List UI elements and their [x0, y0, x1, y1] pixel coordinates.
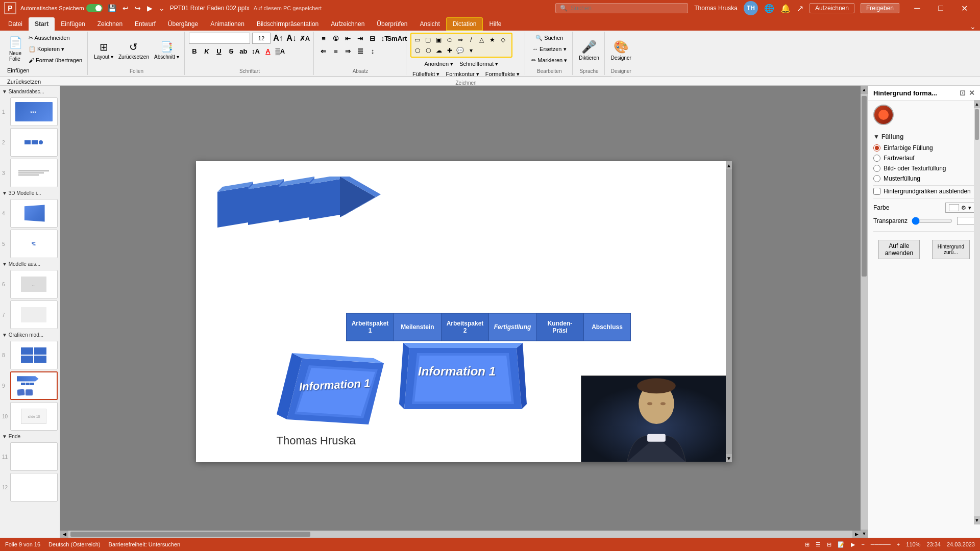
minimize-button[interactable]: ─: [905, 0, 929, 16]
reset-button[interactable]: Hintergrund zurü...: [932, 240, 970, 259]
highlight-button[interactable]: ▒A: [275, 45, 286, 57]
radio-muster[interactable]: Musterfüllung: [873, 175, 975, 182]
markieren-button[interactable]: ✏ Markieren ▾: [529, 55, 569, 65]
tab-aufzeichnen[interactable]: Aufzeichnen: [325, 17, 371, 31]
designer-button[interactable]: 🎨 Designer: [609, 35, 633, 65]
workflow-box-4[interactable]: Fertigstllung: [488, 313, 536, 341]
slide-3d-arrow[interactable]: [212, 177, 386, 244]
shape-oval[interactable]: ⬭: [445, 35, 455, 45]
align-left-button[interactable]: ⇐: [318, 45, 329, 57]
tab-hilfe[interactable]: Hilfe: [483, 17, 507, 31]
slide-thumb-1[interactable]: ▶▶▶: [10, 97, 58, 126]
scrollbar-thumb[interactable]: [726, 169, 732, 454]
canvas-scrollbar[interactable]: ▲ ▼: [726, 161, 732, 462]
radio-einfarbig-input[interactable]: [873, 144, 880, 152]
slide-thumb-2[interactable]: [10, 128, 58, 157]
qa-more[interactable]: ⌄: [158, 3, 166, 13]
font-name-input[interactable]: [189, 33, 250, 44]
tab-start[interactable]: Start: [29, 17, 55, 31]
workflow-box-6[interactable]: Abschluss: [583, 313, 631, 341]
radio-bild[interactable]: Bild- oder Texturfüllung: [873, 165, 975, 172]
scrollbar-down[interactable]: ▼: [726, 454, 732, 462]
list-unordered-button[interactable]: ≡: [318, 33, 329, 44]
slide-thumb-10[interactable]: slide 10: [10, 402, 58, 431]
view-notes-icon[interactable]: 📝: [838, 541, 845, 548]
area-scrollbar-bottom[interactable]: ◀ ▶: [60, 531, 861, 538]
ribbon-collapse-icon[interactable]: ⌄: [970, 22, 976, 31]
transparency-slider[interactable]: [912, 217, 952, 225]
radio-bild-input[interactable]: [873, 165, 880, 172]
checkbox-hintergrund-input[interactable]: [873, 188, 880, 195]
autosave-switch[interactable]: [86, 4, 103, 12]
line-spacing-button[interactable]: ↨: [367, 45, 378, 57]
indent-increase-button[interactable]: ⇥: [355, 33, 366, 44]
tab-datei[interactable]: Datei: [2, 17, 29, 31]
zuruecksetzen-button[interactable]: Zurücksetzen: [5, 77, 43, 87]
radio-farbverlauf[interactable]: Farbverlauf: [873, 155, 975, 162]
tab-entwurf[interactable]: Entwurf: [129, 17, 162, 31]
global-search-icon[interactable]: 🌐: [764, 4, 774, 13]
tab-zeichnen[interactable]: Zeichnen: [91, 17, 129, 31]
area-scroll-thumb[interactable]: [862, 96, 867, 277]
share-icon[interactable]: ↗: [797, 4, 803, 13]
zoom-in-icon[interactable]: +: [897, 541, 900, 547]
shape-rounded[interactable]: ▣: [434, 35, 444, 45]
list-ordered-button[interactable]: ①: [330, 33, 341, 44]
shape-rect2[interactable]: ▢: [423, 35, 433, 45]
font-color-button[interactable]: A: [262, 45, 274, 57]
font-decrease-button[interactable]: A↓: [286, 33, 297, 44]
panel-scrollbar[interactable]: ▲ ▼: [974, 100, 980, 524]
diktieren-button[interactable]: 🎤 Diktieren: [577, 35, 601, 65]
font-size-input[interactable]: [252, 33, 271, 44]
einfuegen-button[interactable]: Einfügen: [5, 65, 43, 76]
italic-button[interactable]: K: [201, 45, 212, 57]
indent-decrease-button[interactable]: ⇤: [342, 33, 354, 44]
slide-thumb-4[interactable]: [10, 199, 58, 228]
slide-thumb-12[interactable]: [10, 473, 58, 502]
qa-undo[interactable]: ↩: [121, 3, 130, 13]
layout-button[interactable]: ⊞ Layout ▾: [92, 35, 115, 65]
info-box-left[interactable]: Information 1: [277, 348, 389, 424]
zuruecksetzen-folie-button[interactable]: ↺ Zurücksetzen: [116, 35, 151, 65]
search-input[interactable]: [571, 5, 673, 12]
slide-group-label-3[interactable]: ▼ Modelle aus...: [2, 260, 58, 268]
workflow-box-5[interactable]: Kunden-Präsi: [536, 313, 583, 341]
slide-thumb-11[interactable]: [10, 442, 58, 471]
zoom-slider[interactable]: ─────: [871, 541, 891, 547]
clear-format-button[interactable]: ✗A: [299, 33, 310, 44]
zoom-out-icon[interactable]: −: [861, 541, 864, 547]
checkbox-hintergrund[interactable]: Hintergrundgrafiken ausblenden: [873, 188, 975, 195]
shape-pentagon[interactable]: ⬠: [412, 45, 423, 56]
view-normal-icon[interactable]: ⊞: [805, 541, 810, 548]
share-button[interactable]: Freigeben: [861, 3, 899, 13]
slide-group-label-1[interactable]: ▼ Standardabsc...: [2, 88, 58, 95]
view-outline-icon[interactable]: ☰: [816, 541, 821, 548]
area-scroll-up[interactable]: ▲: [861, 86, 868, 94]
tab-bildschirm[interactable]: Bildschirmpräsentation: [251, 17, 325, 31]
view-sorter-icon[interactable]: ⊟: [827, 541, 831, 548]
shape-cloud[interactable]: ☁: [434, 45, 444, 56]
scrollbar-up[interactable]: ▲: [726, 161, 732, 169]
shape-hexagon[interactable]: ⬡: [423, 45, 433, 56]
slide-group-label-2[interactable]: ▼ 3D Modelle i...: [2, 189, 58, 197]
slide-thumb-7[interactable]: [10, 300, 58, 329]
format-button[interactable]: 🖌 Format übertragen: [27, 55, 84, 65]
tab-ueberpruefen[interactable]: Überprüfen: [371, 17, 413, 31]
slide-thumb-5[interactable]: 🏗: [10, 230, 58, 258]
workflow-box-2[interactable]: Meilenstein: [394, 313, 441, 341]
area-hscroll-left[interactable]: ◀: [60, 531, 68, 538]
shape-cross[interactable]: ✚: [445, 45, 455, 56]
radio-einfarbig[interactable]: Einfarbige Füllung: [873, 144, 975, 152]
strikethrough-button[interactable]: S: [226, 45, 237, 57]
abschnitt-folie-button[interactable]: 📑 Abschnitt ▾: [152, 35, 181, 65]
panel-scroll-thumb[interactable]: [975, 109, 979, 140]
panel-scroll-up[interactable]: ▲: [974, 100, 980, 108]
ausschneiden-button[interactable]: ✂ Ausschneiden: [27, 33, 84, 43]
qa-save[interactable]: 💾: [107, 3, 117, 13]
shape-diamond[interactable]: ◇: [498, 35, 508, 45]
tab-dictation[interactable]: Dictation: [446, 17, 483, 31]
area-hscroll-thumb[interactable]: [70, 532, 310, 537]
shadow-button[interactable]: ab: [238, 45, 249, 57]
color-picker-button[interactable]: ⚙ ▾: [945, 203, 975, 213]
workflow-box-1[interactable]: Arbeitspaket1: [346, 313, 394, 341]
